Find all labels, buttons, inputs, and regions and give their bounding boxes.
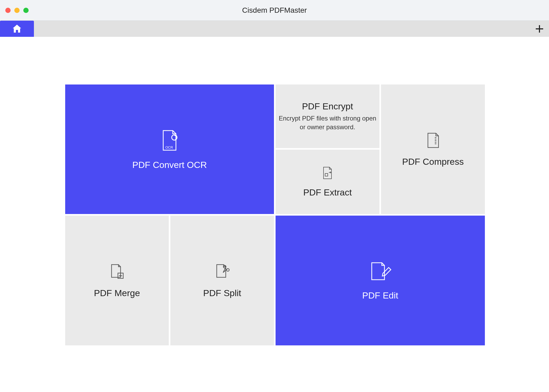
tile-label: PDF Split xyxy=(203,288,241,298)
document-split-icon xyxy=(214,263,231,280)
document-ocr-icon: OCR xyxy=(159,128,180,152)
window-title: Cisdem PDFMaster xyxy=(242,6,307,15)
tile-label: PDF Extract xyxy=(303,187,352,198)
titlebar: Cisdem PDFMaster xyxy=(0,0,549,21)
tile-label: PDF Convert OCR xyxy=(132,160,207,170)
tile-pdf-extract[interactable]: PDF Extract xyxy=(276,150,379,214)
tile-pdf-split[interactable]: PDF Split xyxy=(170,216,274,345)
tile-pdf-convert-ocr[interactable]: OCR PDF Convert OCR xyxy=(65,84,274,214)
tile-label: PDF Edit xyxy=(362,290,398,301)
home-icon xyxy=(12,24,22,34)
tile-label: PDF Compress xyxy=(402,157,464,167)
home-tab[interactable] xyxy=(0,21,34,37)
document-extract-icon xyxy=(321,166,334,180)
tile-pdf-merge[interactable]: PDF Merge xyxy=(65,216,169,345)
document-compress-icon xyxy=(425,132,441,149)
window-controls xyxy=(5,8,29,13)
plus-icon xyxy=(535,25,544,33)
tile-label: PDF Merge xyxy=(94,288,140,298)
tile-grid: OCR PDF Convert OCR PDF Encrypt Encrypt … xyxy=(65,84,484,344)
main-content: OCR PDF Convert OCR PDF Encrypt Encrypt … xyxy=(0,37,549,344)
svg-text:OCR: OCR xyxy=(165,145,173,149)
close-window-icon[interactable] xyxy=(5,8,11,13)
row-merge-split: PDF Merge PDF Split xyxy=(65,216,274,345)
maximize-window-icon[interactable] xyxy=(23,8,29,13)
document-edit-icon xyxy=(368,261,392,283)
svg-rect-1 xyxy=(536,28,543,29)
tile-label: PDF Encrypt xyxy=(302,101,353,112)
document-merge-icon xyxy=(109,263,125,280)
tile-pdf-encrypt[interactable]: PDF Encrypt Encrypt PDF files with stron… xyxy=(276,84,379,148)
tile-sublabel: Encrypt PDF files with strong open or ow… xyxy=(278,114,377,131)
svg-rect-5 xyxy=(325,173,328,176)
tab-bar xyxy=(0,21,549,37)
minimize-window-icon[interactable] xyxy=(14,8,20,13)
tile-pdf-compress[interactable]: PDF Compress xyxy=(381,84,485,214)
tile-pdf-edit[interactable]: PDF Edit xyxy=(276,216,485,345)
new-tab-button[interactable] xyxy=(535,25,544,33)
